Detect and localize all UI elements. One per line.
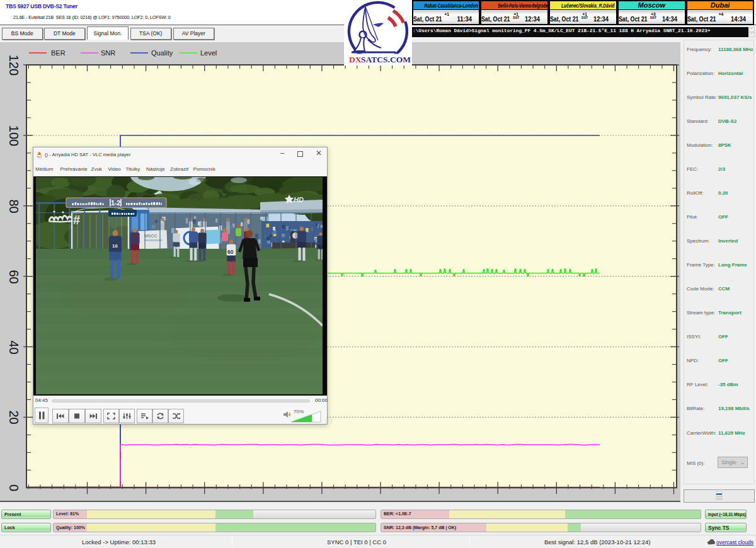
svg-text:60: 60 xyxy=(227,249,234,255)
svg-text:#: # xyxy=(73,213,80,227)
svg-text:DX: DX xyxy=(349,55,362,64)
svg-text:16: 16 xyxy=(112,243,118,249)
svg-text:1-2: 1-2 xyxy=(111,199,120,207)
svg-text:SATCS.COM: SATCS.COM xyxy=(361,55,411,64)
svg-text:70%: 70% xyxy=(294,409,304,414)
svg-text:HD: HD xyxy=(294,196,304,203)
